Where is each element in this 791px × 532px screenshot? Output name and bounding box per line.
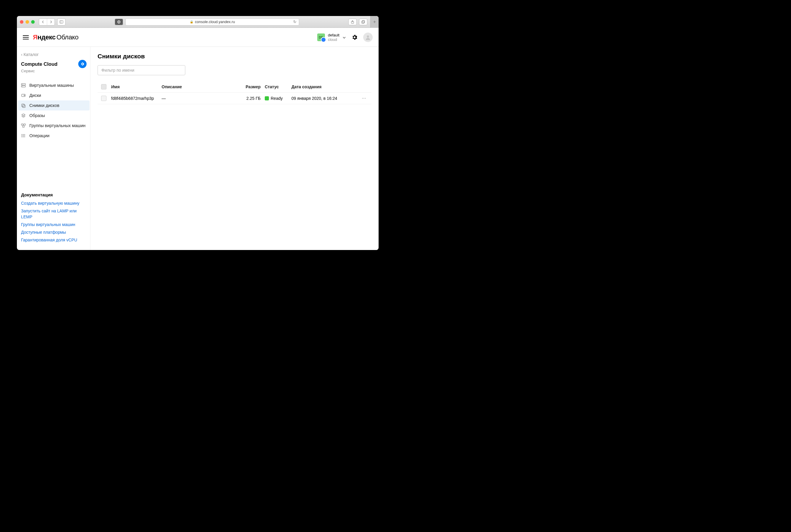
svg-rect-5 bbox=[362, 20, 365, 23]
cloud-selector[interactable]: DE default cloud bbox=[317, 33, 346, 42]
docs-link[interactable]: Доступные платформы bbox=[21, 229, 87, 235]
breadcrumb-back[interactable]: Каталог bbox=[21, 52, 87, 57]
list-icon bbox=[21, 133, 26, 138]
svg-rect-7 bbox=[21, 83, 25, 85]
layers-icon bbox=[21, 113, 26, 118]
reload-icon[interactable]: ↻ bbox=[293, 20, 296, 24]
docs-section: Документация Создать виртуальную машину … bbox=[21, 192, 87, 245]
cloud-badge: DE bbox=[317, 34, 325, 41]
back-button[interactable] bbox=[39, 19, 47, 25]
sidebar-item-operations[interactable]: Операции bbox=[18, 131, 90, 141]
nav-buttons bbox=[39, 18, 55, 25]
svg-point-9 bbox=[22, 84, 22, 85]
cell-description: — bbox=[162, 96, 238, 101]
col-created: Дата создания bbox=[291, 84, 357, 89]
server-icon bbox=[21, 83, 26, 88]
svg-rect-15 bbox=[21, 124, 23, 125]
disk-icon bbox=[21, 93, 26, 98]
sidebar-item-label: Диски bbox=[29, 93, 41, 98]
menu-button[interactable] bbox=[23, 35, 29, 39]
close-window-button[interactable] bbox=[20, 20, 23, 24]
share-button[interactable] bbox=[348, 19, 357, 25]
url-bar[interactable]: 🔒 console.cloud.yandex.ru ↻ bbox=[125, 18, 299, 25]
logo[interactable]: ЯндексОблако bbox=[33, 34, 78, 41]
sidebar-nav: Виртуальные машины Диски Снимки дисков О… bbox=[21, 80, 87, 141]
svg-rect-17 bbox=[22, 126, 24, 127]
sidebar-item-disks[interactable]: Диски bbox=[18, 90, 90, 100]
snapshots-table: Имя Описание Размер Статус Дата создания… bbox=[97, 81, 371, 104]
maximize-window-button[interactable] bbox=[31, 20, 35, 24]
row-checkbox[interactable] bbox=[101, 96, 107, 101]
cell-created: 09 января 2020, в 16:24 bbox=[291, 96, 357, 101]
sidebar-item-images[interactable]: Образы bbox=[18, 111, 90, 120]
browser-chrome: 🔒 console.cloud.yandex.ru ↻ + bbox=[17, 16, 379, 28]
main-content: Снимки дисков Имя Описание Размер Статус… bbox=[90, 47, 379, 250]
minimize-window-button[interactable] bbox=[25, 20, 29, 24]
filter-input[interactable] bbox=[97, 65, 185, 75]
sidebar-item-label: Образы bbox=[29, 113, 45, 118]
status-indicator-icon bbox=[265, 96, 269, 100]
docs-link[interactable]: Создать виртуальную машину bbox=[21, 200, 87, 206]
sidebar-item-vm-groups[interactable]: Группы виртуальных машин bbox=[18, 120, 90, 131]
svg-rect-14 bbox=[22, 105, 25, 108]
cell-status: Ready bbox=[265, 96, 291, 101]
service-title: Compute Cloud bbox=[21, 61, 57, 67]
docs-link[interactable]: Гарантированная доля vCPU bbox=[21, 237, 87, 243]
svg-rect-4 bbox=[362, 21, 364, 23]
avatar[interactable] bbox=[363, 33, 373, 42]
svg-point-18 bbox=[21, 134, 22, 135]
new-tab-button[interactable]: + bbox=[370, 16, 379, 28]
sidebar-item-label: Группы виртуальных машин bbox=[29, 123, 86, 128]
sidebar-item-label: Операции bbox=[29, 133, 50, 138]
docs-link[interactable]: Запустить сайт на LAMP или LEMP bbox=[21, 208, 87, 220]
svg-point-6 bbox=[367, 35, 369, 37]
service-settings-button[interactable] bbox=[78, 60, 87, 68]
svg-rect-16 bbox=[24, 124, 25, 125]
col-status: Статус bbox=[265, 84, 291, 89]
sidebar: Каталог Compute Cloud Сервис Виртуальные… bbox=[17, 47, 90, 250]
row-actions-button[interactable]: ··· bbox=[357, 96, 371, 101]
page-title: Снимки дисков bbox=[97, 53, 371, 60]
table-header: Имя Описание Размер Статус Дата создания bbox=[97, 81, 371, 93]
svg-point-20 bbox=[21, 136, 22, 137]
settings-button[interactable] bbox=[351, 34, 358, 41]
sidebar-item-snapshots[interactable]: Снимки дисков bbox=[18, 100, 90, 111]
cell-name: fd8f4i85b6872marhp3p bbox=[111, 96, 162, 101]
sidebar-item-label: Виртуальные машины bbox=[29, 83, 74, 88]
col-name: Имя bbox=[111, 84, 162, 89]
logo-letter: Я bbox=[33, 34, 38, 41]
svg-rect-8 bbox=[21, 86, 25, 87]
snapshot-icon bbox=[21, 103, 26, 108]
table-row[interactable]: fd8f4i85b6872marhp3p — 2.25 ГБ Ready 09 … bbox=[97, 93, 371, 104]
docs-title: Документация bbox=[21, 192, 87, 197]
service-subtitle: Сервис bbox=[21, 69, 87, 73]
sidebar-item-label: Снимки дисков bbox=[29, 103, 59, 108]
sidebar-item-vms[interactable]: Виртуальные машины bbox=[18, 80, 90, 90]
cloud-name: default bbox=[328, 33, 339, 37]
docs-link[interactable]: Группы виртуальных машин bbox=[21, 222, 87, 228]
groups-icon bbox=[21, 123, 26, 128]
window-controls bbox=[20, 20, 35, 24]
col-description: Описание bbox=[162, 84, 238, 89]
forward-button[interactable] bbox=[47, 19, 55, 25]
app-body: Каталог Compute Cloud Сервис Виртуальные… bbox=[17, 47, 379, 250]
url-text: console.cloud.yandex.ru bbox=[195, 20, 235, 24]
svg-point-19 bbox=[21, 135, 22, 136]
browser-window: 🔒 console.cloud.yandex.ru ↻ + ЯндексОбла… bbox=[17, 16, 379, 250]
lock-icon: 🔒 bbox=[190, 20, 193, 23]
select-all-checkbox[interactable] bbox=[101, 84, 107, 90]
cell-size: 2.25 ГБ bbox=[238, 96, 265, 101]
app-header: ЯндексОблако DE default cloud bbox=[17, 28, 379, 47]
sidebar-toggle[interactable] bbox=[57, 18, 66, 25]
svg-rect-13 bbox=[22, 104, 24, 107]
cloud-type: cloud bbox=[328, 37, 339, 42]
svg-point-12 bbox=[24, 95, 25, 96]
svg-point-10 bbox=[22, 86, 22, 87]
col-size: Размер bbox=[238, 84, 265, 89]
chevron-down-icon bbox=[343, 35, 346, 40]
reader-button[interactable] bbox=[115, 19, 123, 25]
svg-rect-0 bbox=[60, 20, 63, 23]
tabs-button[interactable] bbox=[359, 19, 367, 25]
